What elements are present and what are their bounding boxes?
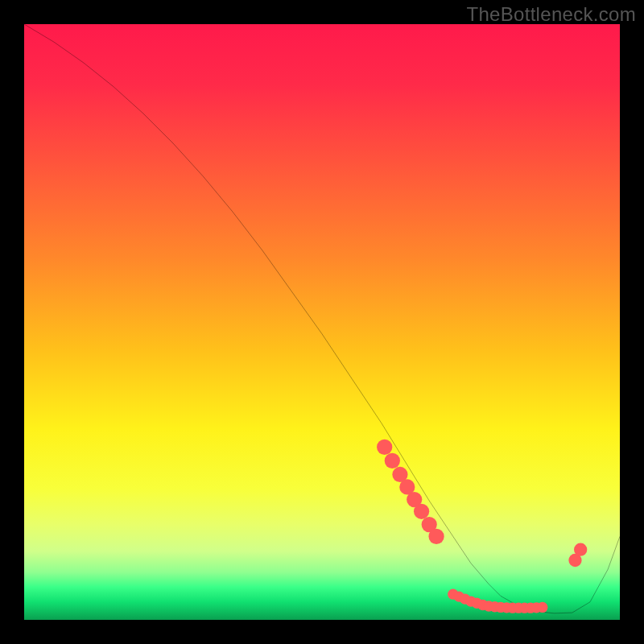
chart-frame: TheBottleneck.com <box>0 0 644 644</box>
marker-point <box>414 504 429 519</box>
curve-line <box>24 24 620 613</box>
marker-point <box>377 440 392 455</box>
marker-point <box>537 602 547 613</box>
curve-markers <box>377 440 587 613</box>
marker-point <box>385 453 400 469</box>
marker-point <box>574 543 587 556</box>
watermark-text: TheBottleneck.com <box>466 3 636 26</box>
plot-area <box>24 24 620 620</box>
chart-svg <box>24 24 620 620</box>
marker-point <box>428 529 444 544</box>
